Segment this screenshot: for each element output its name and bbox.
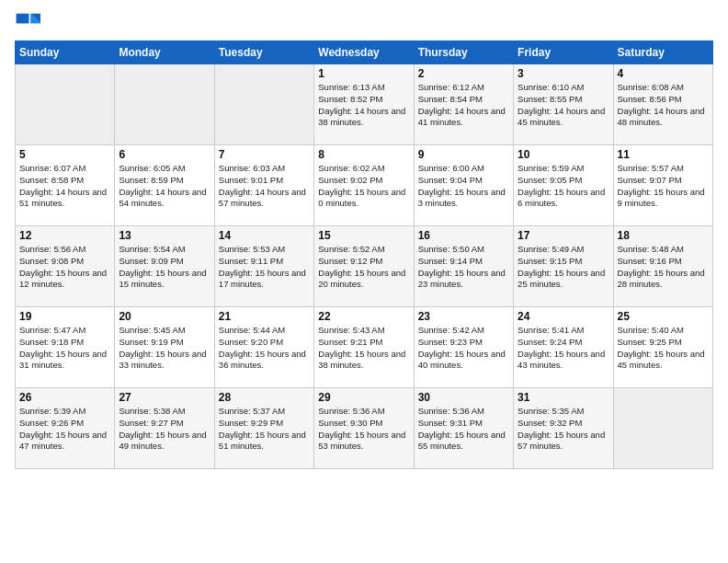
day-detail: Sunrise: 5:50 AMSunset: 9:14 PMDaylight:… (418, 244, 509, 291)
calendar-cell: 12Sunrise: 5:56 AMSunset: 9:08 PMDayligh… (16, 226, 115, 307)
day-number: 8 (318, 148, 409, 161)
calendar-cell: 22Sunrise: 5:43 AMSunset: 9:21 PMDayligh… (314, 307, 414, 388)
day-number: 14 (219, 229, 310, 242)
day-detail: Sunrise: 5:49 AMSunset: 9:15 PMDaylight:… (518, 244, 609, 291)
weekday-sunday: Sunday (16, 41, 115, 64)
weekday-tuesday: Tuesday (214, 41, 313, 64)
weekday-header-row: SundayMondayTuesdayWednesdayThursdayFrid… (16, 41, 713, 64)
day-detail: Sunrise: 6:07 AMSunset: 8:58 PMDaylight:… (19, 163, 110, 210)
day-detail: Sunrise: 6:13 AMSunset: 8:52 PMDaylight:… (318, 82, 409, 129)
calendar-cell: 18Sunrise: 5:48 AMSunset: 9:16 PMDayligh… (613, 226, 712, 307)
calendar-cell: 2Sunrise: 6:12 AMSunset: 8:54 PMDaylight… (414, 64, 513, 145)
day-detail: Sunrise: 5:48 AMSunset: 9:16 PMDaylight:… (618, 244, 709, 291)
weekday-thursday: Thursday (414, 41, 513, 64)
week-row-2: 5Sunrise: 6:07 AMSunset: 8:58 PMDaylight… (16, 145, 713, 226)
day-detail: Sunrise: 5:54 AMSunset: 9:09 PMDaylight:… (119, 244, 210, 291)
day-detail: Sunrise: 5:53 AMSunset: 9:11 PMDaylight:… (219, 244, 310, 291)
calendar-cell: 9Sunrise: 6:00 AMSunset: 9:04 PMDaylight… (414, 145, 513, 226)
day-detail: Sunrise: 5:47 AMSunset: 9:18 PMDaylight:… (19, 325, 110, 372)
calendar-cell: 7Sunrise: 6:03 AMSunset: 9:01 PMDaylight… (214, 145, 313, 226)
calendar-cell: 1Sunrise: 6:13 AMSunset: 8:52 PMDaylight… (314, 64, 414, 145)
day-number: 23 (418, 310, 509, 323)
day-detail: Sunrise: 5:56 AMSunset: 9:08 PMDaylight:… (19, 244, 110, 291)
calendar-cell: 8Sunrise: 6:02 AMSunset: 9:02 PMDaylight… (314, 145, 414, 226)
day-number: 22 (318, 310, 409, 323)
day-number: 2 (418, 67, 509, 80)
calendar-cell: 6Sunrise: 6:05 AMSunset: 8:59 PMDaylight… (115, 145, 214, 226)
day-number: 24 (518, 310, 609, 323)
day-detail: Sunrise: 5:57 AMSunset: 9:07 PMDaylight:… (618, 163, 709, 210)
day-number: 12 (19, 229, 110, 242)
calendar-cell: 24Sunrise: 5:41 AMSunset: 9:24 PMDayligh… (514, 307, 613, 388)
calendar-cell: 25Sunrise: 5:40 AMSunset: 9:25 PMDayligh… (613, 307, 712, 388)
calendar-cell: 10Sunrise: 5:59 AMSunset: 9:05 PMDayligh… (514, 145, 613, 226)
day-number: 1 (318, 67, 409, 80)
calendar-cell: 3Sunrise: 6:10 AMSunset: 8:55 PMDaylight… (514, 64, 613, 145)
calendar-cell: 26Sunrise: 5:39 AMSunset: 9:26 PMDayligh… (16, 388, 115, 469)
calendar-cell: 28Sunrise: 5:37 AMSunset: 9:29 PMDayligh… (214, 388, 313, 469)
day-detail: Sunrise: 5:43 AMSunset: 9:21 PMDaylight:… (318, 325, 409, 372)
calendar-cell (16, 64, 115, 145)
calendar-cell: 21Sunrise: 5:44 AMSunset: 9:20 PMDayligh… (214, 307, 313, 388)
calendar-cell: 15Sunrise: 5:52 AMSunset: 9:12 PMDayligh… (314, 226, 414, 307)
day-detail: Sunrise: 5:36 AMSunset: 9:30 PMDaylight:… (318, 406, 409, 453)
day-number: 11 (618, 148, 709, 161)
calendar-cell (214, 64, 313, 145)
day-number: 6 (119, 148, 210, 161)
day-detail: Sunrise: 6:10 AMSunset: 8:55 PMDaylight:… (518, 82, 609, 129)
week-row-1: 1Sunrise: 6:13 AMSunset: 8:52 PMDaylight… (16, 64, 713, 145)
day-number: 9 (418, 148, 509, 161)
calendar-cell: 31Sunrise: 5:35 AMSunset: 9:32 PMDayligh… (514, 388, 613, 469)
day-number: 18 (618, 229, 709, 242)
day-number: 4 (618, 67, 709, 80)
calendar-cell: 29Sunrise: 5:36 AMSunset: 9:30 PMDayligh… (314, 388, 414, 469)
week-row-4: 19Sunrise: 5:47 AMSunset: 9:18 PMDayligh… (16, 307, 713, 388)
calendar-cell: 14Sunrise: 5:53 AMSunset: 9:11 PMDayligh… (214, 226, 313, 307)
calendar-cell: 30Sunrise: 5:36 AMSunset: 9:31 PMDayligh… (414, 388, 513, 469)
day-detail: Sunrise: 5:41 AMSunset: 9:24 PMDaylight:… (518, 325, 609, 372)
logo (15, 9, 44, 35)
calendar-cell: 20Sunrise: 5:45 AMSunset: 9:19 PMDayligh… (115, 307, 214, 388)
day-number: 28 (219, 391, 310, 404)
day-number: 19 (19, 310, 110, 323)
calendar-page: SundayMondayTuesdayWednesdayThursdayFrid… (0, 0, 728, 563)
calendar-cell: 11Sunrise: 5:57 AMSunset: 9:07 PMDayligh… (613, 145, 712, 226)
day-detail: Sunrise: 6:00 AMSunset: 9:04 PMDaylight:… (418, 163, 509, 210)
day-number: 5 (19, 148, 110, 161)
day-number: 20 (119, 310, 210, 323)
calendar-cell: 23Sunrise: 5:42 AMSunset: 9:23 PMDayligh… (414, 307, 513, 388)
day-detail: Sunrise: 6:02 AMSunset: 9:02 PMDaylight:… (318, 163, 409, 210)
calendar-table: SundayMondayTuesdayWednesdayThursdayFrid… (15, 40, 713, 469)
day-detail: Sunrise: 5:45 AMSunset: 9:19 PMDaylight:… (119, 325, 210, 372)
day-number: 27 (119, 391, 210, 404)
day-detail: Sunrise: 5:44 AMSunset: 9:20 PMDaylight:… (219, 325, 310, 372)
day-number: 30 (418, 391, 509, 404)
day-number: 29 (318, 391, 409, 404)
day-number: 13 (119, 229, 210, 242)
header (15, 9, 713, 35)
day-number: 25 (618, 310, 709, 323)
day-number: 21 (219, 310, 310, 323)
day-number: 26 (19, 391, 110, 404)
day-detail: Sunrise: 5:39 AMSunset: 9:26 PMDaylight:… (19, 406, 110, 453)
calendar-cell: 5Sunrise: 6:07 AMSunset: 8:58 PMDaylight… (16, 145, 115, 226)
day-number: 15 (318, 229, 409, 242)
day-detail: Sunrise: 5:59 AMSunset: 9:05 PMDaylight:… (518, 163, 609, 210)
day-detail: Sunrise: 5:35 AMSunset: 9:32 PMDaylight:… (518, 406, 609, 453)
day-detail: Sunrise: 5:52 AMSunset: 9:12 PMDaylight:… (318, 244, 409, 291)
day-number: 3 (518, 67, 609, 80)
weekday-friday: Friday (514, 41, 613, 64)
day-detail: Sunrise: 5:40 AMSunset: 9:25 PMDaylight:… (618, 325, 709, 372)
calendar-cell: 13Sunrise: 5:54 AMSunset: 9:09 PMDayligh… (115, 226, 214, 307)
day-detail: Sunrise: 6:05 AMSunset: 8:59 PMDaylight:… (119, 163, 210, 210)
day-detail: Sunrise: 5:36 AMSunset: 9:31 PMDaylight:… (418, 406, 509, 453)
logo-icon (15, 9, 40, 35)
day-number: 16 (418, 229, 509, 242)
day-detail: Sunrise: 6:12 AMSunset: 8:54 PMDaylight:… (418, 82, 509, 129)
weekday-monday: Monday (115, 41, 214, 64)
day-detail: Sunrise: 5:37 AMSunset: 9:29 PMDaylight:… (219, 406, 310, 453)
calendar-cell: 16Sunrise: 5:50 AMSunset: 9:14 PMDayligh… (414, 226, 513, 307)
week-row-5: 26Sunrise: 5:39 AMSunset: 9:26 PMDayligh… (16, 388, 713, 469)
calendar-cell: 27Sunrise: 5:38 AMSunset: 9:27 PMDayligh… (115, 388, 214, 469)
day-detail: Sunrise: 6:03 AMSunset: 9:01 PMDaylight:… (219, 163, 310, 210)
